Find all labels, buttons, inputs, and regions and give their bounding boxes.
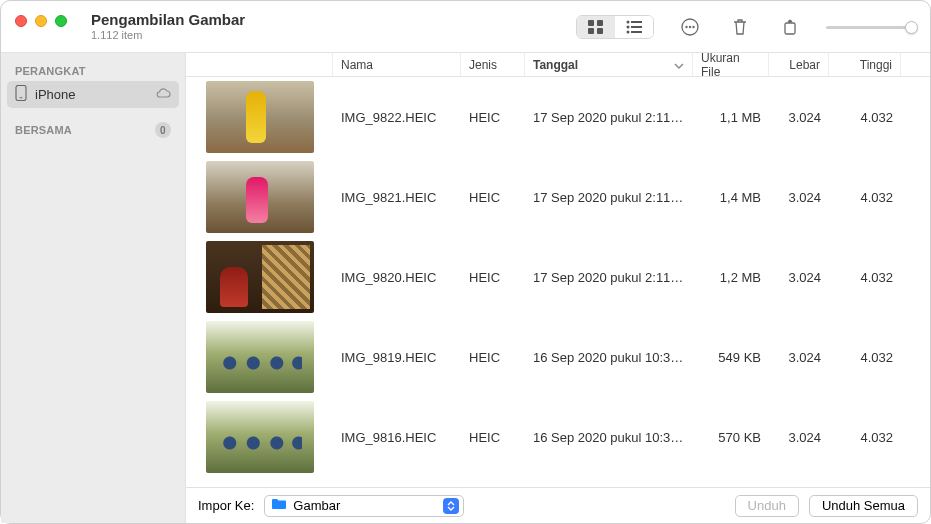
cell-tinggi: 4.032 — [829, 430, 901, 445]
zoom-button[interactable] — [55, 15, 67, 27]
delete-button[interactable] — [726, 15, 754, 39]
rotate-button[interactable] — [776, 15, 804, 39]
cell-tanggal: 17 Sep 2020 pukul 2:11:21… — [525, 270, 693, 285]
svg-rect-16 — [20, 97, 23, 98]
cell-jenis: HEIC — [461, 190, 525, 205]
sidebar-item-iphone[interactable]: iPhone — [7, 81, 179, 108]
download-button[interactable]: Unduh — [735, 495, 799, 517]
more-options-button[interactable] — [676, 15, 704, 39]
cell-ukuran: 549 KB — [693, 350, 769, 365]
cell-tanggal: 16 Sep 2020 pukul 10:32:0… — [525, 430, 693, 445]
sidebar-section-label: PERANGKAT — [15, 65, 86, 77]
thumbnail-cell — [186, 241, 333, 313]
phone-icon — [15, 85, 27, 104]
titlebar: Pengambilan Gambar 1.112 item — [1, 1, 930, 53]
table-row[interactable]: IMG_9821.HEICHEIC17 Sep 2020 pukul 2:11:… — [186, 157, 930, 237]
cell-nama: IMG_9820.HEIC — [333, 270, 461, 285]
thumbnail-image — [206, 241, 314, 313]
destination-select[interactable]: Gambar — [264, 495, 464, 517]
cell-lebar: 3.024 — [769, 190, 829, 205]
thumbnail-image — [206, 401, 314, 473]
cloud-icon — [155, 87, 171, 102]
destination-value: Gambar — [293, 498, 340, 513]
svg-rect-0 — [588, 20, 594, 26]
main-pane: Nama Jenis Tanggal Ukuran File Lebar Tin… — [186, 53, 930, 523]
thumbnail-cell — [186, 401, 333, 473]
svg-rect-7 — [631, 26, 642, 28]
table-row[interactable]: IMG_9816.HEICHEIC16 Sep 2020 pukul 10:32… — [186, 397, 930, 477]
cell-tinggi: 4.032 — [829, 270, 901, 285]
svg-point-4 — [627, 21, 630, 24]
item-count: 1.112 item — [91, 29, 245, 41]
cell-tanggal: 17 Sep 2020 pukul 2:11:24… — [525, 190, 693, 205]
column-tinggi[interactable]: Tinggi — [829, 53, 901, 76]
svg-point-12 — [689, 26, 691, 28]
sidebar-section-devices: PERANGKAT — [7, 61, 179, 81]
cell-jenis: HEIC — [461, 270, 525, 285]
chevron-down-icon — [674, 58, 684, 72]
title-area: Pengambilan Gambar 1.112 item — [91, 11, 245, 41]
cell-ukuran: 1,4 MB — [693, 190, 769, 205]
minimize-button[interactable] — [35, 15, 47, 27]
column-headers: Nama Jenis Tanggal Ukuran File Lebar Tin… — [186, 53, 930, 77]
column-lebar[interactable]: Lebar — [769, 53, 829, 76]
download-all-button[interactable]: Unduh Semua — [809, 495, 918, 517]
svg-rect-5 — [631, 21, 642, 23]
toolbar — [576, 15, 916, 39]
thumbnail-cell — [186, 161, 333, 233]
thumbnail-size-slider[interactable] — [826, 26, 916, 29]
cell-tinggi: 4.032 — [829, 110, 901, 125]
svg-rect-15 — [16, 86, 26, 101]
table-row[interactable]: IMG_9822.HEICHEIC17 Sep 2020 pukul 2:11:… — [186, 77, 930, 157]
sidebar: PERANGKAT iPhone BERSAMA 0 — [1, 53, 186, 523]
column-jenis[interactable]: Jenis — [461, 53, 525, 76]
cell-jenis: HEIC — [461, 350, 525, 365]
svg-rect-2 — [588, 28, 594, 34]
cell-lebar: 3.024 — [769, 110, 829, 125]
cell-nama: IMG_9821.HEIC — [333, 190, 461, 205]
column-tanggal[interactable]: Tanggal — [525, 53, 693, 76]
list-view-button[interactable] — [615, 16, 653, 38]
app-window: Pengambilan Gambar 1.112 item — [0, 0, 931, 524]
window-controls — [15, 15, 67, 27]
cell-nama: IMG_9819.HEIC — [333, 350, 461, 365]
svg-point-11 — [685, 26, 687, 28]
cell-lebar: 3.024 — [769, 270, 829, 285]
file-list: IMG_9822.HEICHEIC17 Sep 2020 pukul 2:11:… — [186, 77, 930, 487]
thumbnail-cell — [186, 321, 333, 393]
column-ukuran[interactable]: Ukuran File — [693, 53, 769, 76]
shared-count-badge: 0 — [155, 122, 171, 138]
icon-view-button[interactable] — [577, 16, 615, 38]
sidebar-item-label: iPhone — [35, 87, 75, 102]
cell-tanggal: 17 Sep 2020 pukul 2:11:30… — [525, 110, 693, 125]
cell-ukuran: 1,1 MB — [693, 110, 769, 125]
svg-rect-14 — [785, 23, 795, 34]
import-to-label: Impor Ke: — [198, 498, 254, 513]
thumbnail-cell — [186, 81, 333, 153]
cell-jenis: HEIC — [461, 430, 525, 445]
sidebar-section-label: BERSAMA — [15, 124, 72, 136]
cell-nama: IMG_9822.HEIC — [333, 110, 461, 125]
cell-nama: IMG_9816.HEIC — [333, 430, 461, 445]
svg-point-6 — [627, 26, 630, 29]
svg-rect-3 — [597, 28, 603, 34]
close-button[interactable] — [15, 15, 27, 27]
app-title: Pengambilan Gambar — [91, 11, 245, 28]
view-mode-segment — [576, 15, 654, 39]
thumbnail-image — [206, 161, 314, 233]
cell-ukuran: 1,2 MB — [693, 270, 769, 285]
svg-point-8 — [627, 31, 630, 34]
cell-lebar: 3.024 — [769, 430, 829, 445]
svg-rect-9 — [631, 31, 642, 33]
svg-rect-1 — [597, 20, 603, 26]
table-row[interactable]: IMG_9819.HEICHEIC16 Sep 2020 pukul 10:32… — [186, 317, 930, 397]
folder-icon — [271, 498, 287, 513]
column-thumbnail[interactable] — [186, 53, 333, 76]
svg-point-13 — [692, 26, 694, 28]
column-nama[interactable]: Nama — [333, 53, 461, 76]
footer: Impor Ke: Gambar Unduh Unduh Semua — [186, 487, 930, 523]
sidebar-section-shared: BERSAMA 0 — [7, 118, 179, 142]
table-row[interactable]: IMG_9820.HEICHEIC17 Sep 2020 pukul 2:11:… — [186, 237, 930, 317]
cell-tinggi: 4.032 — [829, 350, 901, 365]
select-stepper-icon — [443, 498, 459, 514]
